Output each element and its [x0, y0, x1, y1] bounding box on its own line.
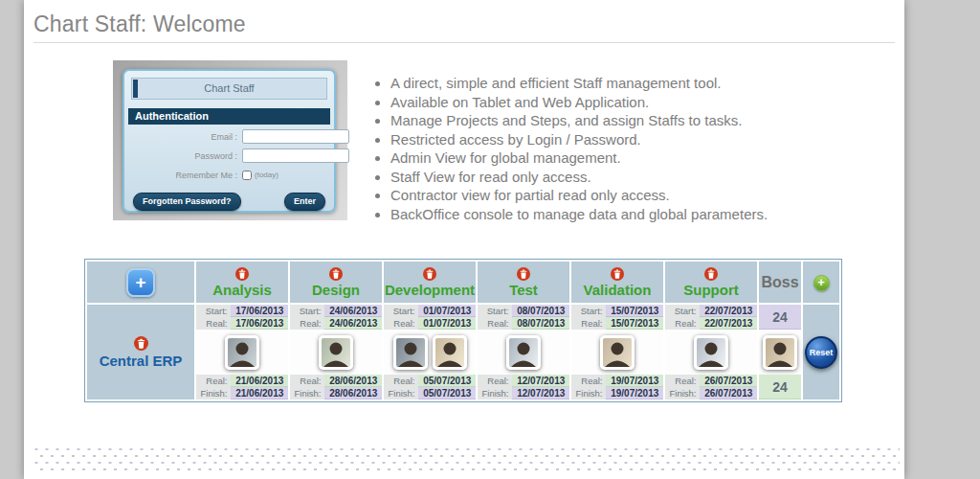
- project-row: Central ERP Start:17/06/2013 Real:17/06/…: [87, 305, 839, 399]
- finish-label: Finish:: [384, 387, 418, 399]
- finish-date: 28/06/2013: [324, 387, 382, 399]
- forgotten-password-button: Forgotten Password?: [133, 193, 241, 211]
- add-step-button[interactable]: +: [813, 275, 830, 291]
- staff-photo: [600, 335, 635, 370]
- real-start-date: 01/07/2013: [418, 317, 476, 330]
- project-name: Central ERP: [100, 353, 183, 369]
- real-label: Real:: [665, 375, 700, 387]
- feature-item: A direct, simple and efficient Staff man…: [390, 74, 840, 93]
- finish-label: Finish:: [571, 387, 606, 399]
- login-screenshot-image: Chart Staff Authentication Email : Passw…: [113, 60, 347, 220]
- remember-me-hint: (today): [255, 171, 278, 179]
- delete-step-icon[interactable]: [704, 267, 718, 281]
- add-project-button[interactable]: +: [126, 268, 155, 297]
- boss-photo: [763, 335, 797, 370]
- step-cell-test: Start:08/07/2013 Real:08/07/2013 Real:12…: [478, 305, 569, 399]
- boss-cell: 24 24: [759, 305, 801, 399]
- email-label: Email :: [124, 132, 242, 142]
- real-label: Real:: [478, 317, 512, 330]
- real-start-date: 24/06/2013: [324, 317, 382, 330]
- real-finish-date: 26/07/2013: [700, 375, 757, 387]
- step-header-support: Support: [683, 282, 739, 298]
- finish-label: Finish:: [196, 387, 231, 399]
- staff-photo: [506, 335, 541, 370]
- delete-project-icon[interactable]: [134, 336, 148, 351]
- finish-date: 19/07/2013: [606, 387, 663, 399]
- feature-item: Contractor view for partial read only ac…: [390, 186, 840, 205]
- password-field: [242, 148, 349, 163]
- chart-header-row: + Analysis Design Development Test: [87, 262, 839, 303]
- delete-step-icon[interactable]: [235, 267, 249, 281]
- start-date: 01/07/2013: [418, 305, 476, 317]
- real-label: Real:: [290, 317, 324, 330]
- staff-photo: [319, 335, 353, 370]
- boss-top-value: 24: [759, 305, 801, 330]
- login-titlebar: Chart Staff: [131, 78, 327, 100]
- start-label: Start:: [290, 305, 324, 317]
- delete-step-icon[interactable]: [423, 267, 436, 281]
- start-date: 24/06/2013: [324, 305, 382, 317]
- real-label: Real:: [384, 375, 418, 387]
- start-date: 08/07/2013: [512, 305, 569, 317]
- feature-list: A direct, simple and efficient Staff man…: [374, 74, 840, 223]
- real-start-date: 22/07/2013: [700, 317, 757, 330]
- finish-label: Finish:: [665, 387, 700, 399]
- real-start-date: 15/07/2013: [606, 317, 663, 330]
- page-title: Chart Staff: Welcome: [33, 11, 246, 37]
- finish-date: 21/06/2013: [231, 387, 288, 399]
- staff-photo: [225, 335, 259, 370]
- real-label: Real:: [196, 317, 231, 330]
- start-date: 17/06/2013: [231, 305, 288, 317]
- step-header-design: Design: [312, 282, 360, 298]
- real-finish-date: 21/06/2013: [231, 375, 288, 387]
- start-label: Start:: [665, 305, 700, 317]
- feature-item: Admin View for global management.: [390, 148, 840, 168]
- real-label: Real:: [571, 375, 606, 387]
- staff-photo: [393, 335, 428, 370]
- step-cell-validation: Start:15/07/2013 Real:15/07/2013 Real:19…: [571, 305, 663, 399]
- step-cell-analysis: Start:17/06/2013 Real:17/06/2013 Real:21…: [196, 305, 288, 399]
- title-divider: [33, 42, 895, 43]
- finish-date: 05/07/2013: [418, 387, 476, 399]
- dotted-pattern: [34, 447, 900, 473]
- authentication-header: Authentication: [128, 108, 330, 125]
- real-label: Real:: [384, 317, 418, 330]
- remember-me-checkbox: [242, 171, 252, 180]
- start-label: Start:: [196, 305, 231, 317]
- reset-button[interactable]: Reset: [805, 336, 837, 369]
- step-header-analysis: Analysis: [212, 282, 272, 298]
- real-finish-date: 19/07/2013: [606, 375, 663, 387]
- staff-photo: [433, 335, 467, 370]
- feature-item: Available on Tablet and Web Application.: [390, 93, 840, 112]
- add-project-cell: +: [87, 262, 194, 303]
- start-date: 15/07/2013: [606, 305, 663, 317]
- delete-step-icon[interactable]: [517, 267, 530, 281]
- staff-photo: [694, 335, 728, 370]
- feature-item: Manage Projects and Steps, and assign St…: [390, 111, 840, 130]
- feature-item: Restricted access by Login / Password.: [390, 130, 840, 149]
- real-label: Real:: [196, 375, 231, 387]
- step-header-test: Test: [509, 282, 538, 298]
- delete-step-icon[interactable]: [329, 267, 343, 281]
- step-cell-development: Start:01/07/2013 Real:01/07/2013 Real:05…: [384, 305, 476, 399]
- step-header-development: Development: [385, 282, 475, 298]
- real-finish-date: 05/07/2013: [418, 375, 476, 387]
- real-label: Real:: [571, 317, 606, 330]
- email-field: [242, 129, 349, 144]
- boss-header: Boss: [761, 274, 798, 290]
- feature-item: BackOffice console to manage data and gl…: [390, 205, 840, 224]
- real-label: Real:: [478, 375, 512, 387]
- start-date: 22/07/2013: [700, 305, 757, 317]
- real-start-date: 17/06/2013: [231, 317, 288, 330]
- titlebar-accent: [133, 80, 138, 98]
- delete-step-icon[interactable]: [611, 267, 624, 281]
- finish-label: Finish:: [290, 387, 324, 399]
- step-cell-design: Start:24/06/2013 Real:24/06/2013 Real:28…: [290, 305, 382, 399]
- real-label: Real:: [665, 317, 700, 330]
- feature-item: Staff View for read only access.: [390, 168, 840, 187]
- content-page: Chart Staff: Welcome Chart Staff Authent…: [24, 0, 904, 479]
- start-label: Start:: [571, 305, 606, 317]
- real-finish-date: 12/07/2013: [512, 375, 569, 387]
- password-label: Password :: [124, 151, 242, 161]
- finish-date: 26/07/2013: [700, 387, 757, 399]
